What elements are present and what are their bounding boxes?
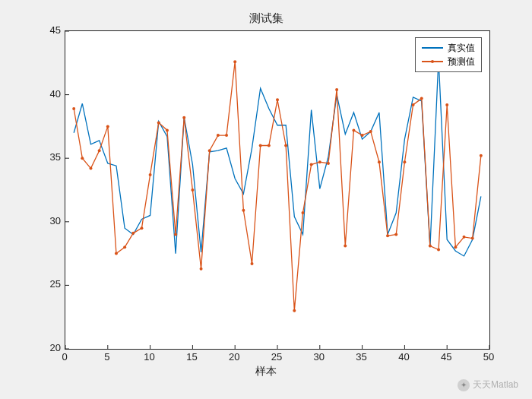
series-marker [259, 144, 262, 147]
series-marker [369, 130, 372, 133]
series-marker [89, 167, 92, 170]
series-marker [463, 236, 466, 239]
series-marker [344, 245, 347, 248]
series-marker [327, 162, 330, 165]
legend: 真实值 预测值 [415, 37, 482, 72]
series-marker [412, 103, 415, 106]
chart-container: 测试集 真实值 预测值 样本 ✦ 天天Matlab 20253035404505… [0, 0, 532, 399]
series-line [74, 59, 481, 256]
watermark-text: 天天Matlab [473, 378, 518, 391]
x-tick-label: 5 [96, 351, 119, 363]
x-tick-label: 10 [138, 351, 161, 363]
series-marker [233, 60, 236, 63]
legend-entry-pred: 预测值 [422, 55, 475, 68]
series-marker [378, 160, 381, 163]
series-marker [106, 125, 109, 128]
legend-swatch-true [422, 44, 443, 52]
series-marker [191, 188, 194, 192]
series-marker [131, 232, 135, 235]
series-marker [310, 163, 313, 166]
series-marker [268, 144, 271, 147]
series-marker [284, 144, 287, 147]
chart-title: 测试集 [0, 11, 532, 26]
x-tick-label: 35 [350, 351, 373, 363]
series-marker [335, 88, 338, 91]
x-tick-label: 50 [477, 351, 500, 363]
x-tick-label: 15 [180, 351, 203, 363]
series-marker [81, 157, 84, 160]
y-tick-label: 45 [38, 24, 61, 36]
series-marker [480, 154, 483, 157]
x-tick-label: 40 [392, 351, 415, 363]
series-marker [166, 128, 169, 131]
series-marker [454, 245, 457, 249]
series-marker [149, 173, 152, 176]
series-marker [157, 121, 160, 124]
y-tick-label: 30 [38, 215, 61, 226]
series-marker [200, 268, 203, 271]
series-marker [318, 160, 321, 163]
x-tick-label: 45 [435, 351, 458, 363]
chart-svg [65, 31, 489, 349]
series-marker [276, 98, 279, 101]
series-marker [293, 309, 296, 312]
y-tick-label: 35 [38, 151, 61, 163]
series-marker [123, 245, 126, 249]
x-tick-label: 0 [53, 351, 76, 363]
series-marker [140, 226, 143, 230]
series-marker [242, 209, 245, 212]
series-marker [225, 134, 228, 137]
x-tick-label: 20 [223, 351, 245, 363]
series-marker [72, 107, 75, 110]
series-marker [174, 233, 177, 236]
wechat-icon: ✦ [458, 379, 470, 391]
legend-label-true: 真实值 [448, 42, 475, 55]
plot-area: 真实值 预测值 [65, 30, 490, 350]
legend-entry-true: 真实值 [422, 41, 475, 55]
legend-swatch-pred [422, 58, 443, 65]
x-tick-label: 25 [265, 351, 288, 363]
series-marker [352, 128, 355, 131]
series-marker [420, 97, 423, 100]
series-marker [208, 149, 211, 152]
series-marker [471, 237, 474, 240]
series-marker [182, 116, 185, 119]
watermark: ✦ 天天Matlab [458, 378, 518, 391]
y-tick-label: 40 [38, 88, 61, 100]
legend-label-pred: 预测值 [448, 55, 475, 68]
series-marker [217, 134, 220, 137]
series-marker [251, 262, 254, 265]
x-axis-label: 样本 [0, 365, 532, 378]
series-marker [437, 249, 440, 252]
series-marker [403, 160, 406, 163]
series-marker [301, 211, 304, 214]
series-marker [361, 134, 364, 137]
series-marker [429, 245, 432, 248]
series-marker [394, 233, 397, 236]
x-tick-label: 30 [308, 351, 331, 363]
series-marker [445, 103, 448, 106]
series-marker [386, 234, 389, 237]
series-marker [98, 149, 101, 152]
series-marker [115, 252, 118, 255]
y-tick-label: 25 [38, 278, 61, 290]
